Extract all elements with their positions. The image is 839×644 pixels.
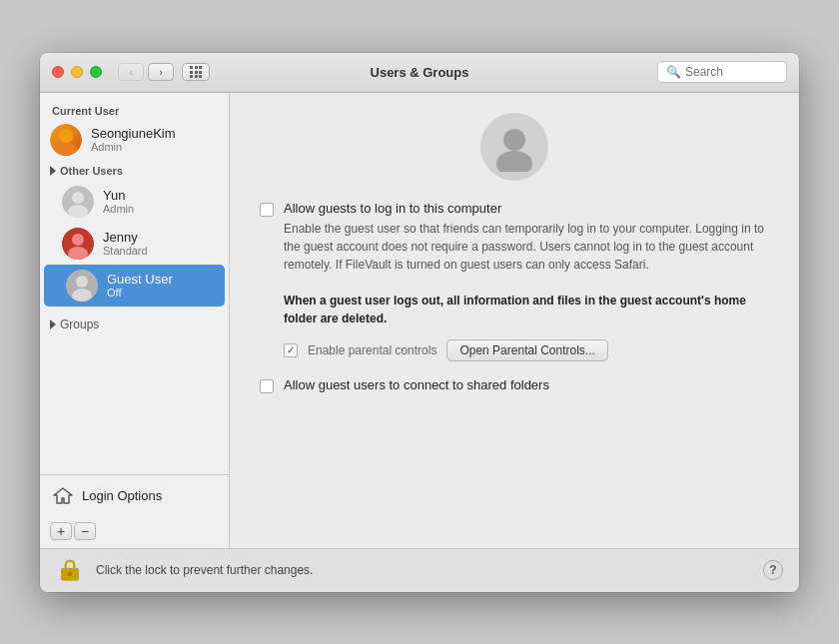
yun-info: Yun Admin <box>103 188 134 215</box>
minimize-button[interactable] <box>71 66 83 78</box>
traffic-lights <box>52 66 102 78</box>
jenny-avatar <box>62 228 94 260</box>
expand-triangle-icon <box>50 166 56 176</box>
svg-point-11 <box>503 129 525 151</box>
groups-label: Groups <box>60 318 99 331</box>
guest-user-avatar-small <box>66 270 98 302</box>
back-button[interactable]: ‹ <box>118 63 144 81</box>
jenny-info: Jenny Standard <box>103 230 148 257</box>
login-options-item[interactable]: Login Options <box>40 475 229 517</box>
svg-rect-15 <box>69 573 71 576</box>
allow-guests-description: Enable the guest user so that friends ca… <box>284 220 769 327</box>
allow-shared-folders-label: Allow guest users to connect to shared f… <box>284 377 549 392</box>
open-parental-controls-button[interactable]: Open Parental Controls... <box>446 339 607 361</box>
forward-button[interactable]: › <box>148 63 174 81</box>
help-button[interactable]: ? <box>763 560 783 580</box>
svg-point-0 <box>59 129 73 143</box>
sidebar-item-guest-user[interactable]: Guest User Off <box>44 265 225 307</box>
main-window: ‹ › Users & Groups 🔍 Current User <box>40 53 799 592</box>
search-icon: 🔍 <box>666 65 681 79</box>
yun-avatar <box>62 186 94 218</box>
allow-shared-folders-option: Allow guest users to connect to shared f… <box>260 377 769 393</box>
svg-point-1 <box>55 143 77 156</box>
parental-controls-checkbox[interactable]: ✓ <box>284 343 298 357</box>
current-user-name: SeongiuneKim <box>91 126 176 141</box>
sidebar-bottom: Login Options + − <box>40 474 229 548</box>
groups-header[interactable]: Groups <box>40 313 229 336</box>
current-user-role: Admin <box>91 141 176 153</box>
remove-user-button[interactable]: − <box>74 522 96 540</box>
guest-user-info: Guest User Off <box>107 272 173 299</box>
current-user-info: SeongiuneKim Admin <box>91 126 176 153</box>
guest-avatar-container <box>260 113 769 181</box>
jenny-role: Standard <box>103 245 148 257</box>
bottom-bar: Click the lock to prevent further change… <box>40 548 799 592</box>
guest-avatar-silhouette <box>489 122 539 172</box>
sidebar-list: Current User SeongiuneKim Admin <box>40 93 229 474</box>
groups-expand-icon <box>50 320 56 329</box>
add-user-button[interactable]: + <box>50 522 72 540</box>
sidebar-item-current-user[interactable]: SeongiuneKim Admin <box>40 119 229 161</box>
svg-point-6 <box>72 234 84 246</box>
grid-button[interactable] <box>182 63 210 81</box>
close-button[interactable] <box>52 66 64 78</box>
parental-controls-label: Enable parental controls <box>308 343 436 357</box>
yun-name: Yun <box>103 188 134 203</box>
allow-guests-checkbox[interactable] <box>260 203 274 217</box>
search-input[interactable] <box>685 65 778 79</box>
allow-guests-label: Allow guests to log in to this computer <box>284 201 769 216</box>
allow-guests-desc-text: Enable the guest user so that friends ca… <box>284 222 764 272</box>
allow-guests-warning: When a guest user logs out, all informat… <box>284 294 746 325</box>
home-icon <box>52 485 74 507</box>
guest-user-role: Off <box>107 287 173 299</box>
allow-shared-folders-checkbox[interactable] <box>260 379 274 393</box>
current-user-avatar <box>50 124 82 156</box>
grid-icon <box>190 66 202 78</box>
window-title: Users & Groups <box>371 65 469 80</box>
current-user-section-label: Current User <box>40 101 229 119</box>
maximize-button[interactable] <box>90 66 102 78</box>
parental-controls-row: ✓ Enable parental controls Open Parental… <box>284 339 769 361</box>
main-content: Allow guests to log in to this computer … <box>230 93 799 548</box>
titlebar: ‹ › Users & Groups 🔍 <box>40 53 799 93</box>
sidebar-item-jenny[interactable]: Jenny Standard <box>40 223 229 265</box>
sidebar-actions: + − <box>40 517 229 548</box>
jenny-name: Jenny <box>103 230 148 245</box>
lock-status-text: Click the lock to prevent further change… <box>96 563 751 577</box>
sidebar-item-yun[interactable]: Yun Admin <box>40 181 229 223</box>
login-options-label: Login Options <box>82 488 162 503</box>
other-users-label: Other Users <box>60 165 123 177</box>
guest-avatar <box>480 113 548 181</box>
allow-guests-option: Allow guests to log in to this computer … <box>260 201 769 327</box>
search-box[interactable]: 🔍 <box>657 61 787 83</box>
svg-point-9 <box>76 276 88 288</box>
svg-point-3 <box>72 192 84 204</box>
nav-buttons: ‹ › <box>118 63 174 81</box>
sidebar: Current User SeongiuneKim Admin <box>40 93 230 548</box>
yun-role: Admin <box>103 203 134 215</box>
svg-point-12 <box>496 151 532 172</box>
content-area: Current User SeongiuneKim Admin <box>40 93 799 548</box>
lock-icon <box>58 558 82 582</box>
other-users-header[interactable]: Other Users <box>40 161 229 181</box>
allow-guests-text-block: Allow guests to log in to this computer … <box>284 201 769 327</box>
lock-icon-container[interactable] <box>56 556 84 584</box>
guest-user-name: Guest User <box>107 272 173 287</box>
